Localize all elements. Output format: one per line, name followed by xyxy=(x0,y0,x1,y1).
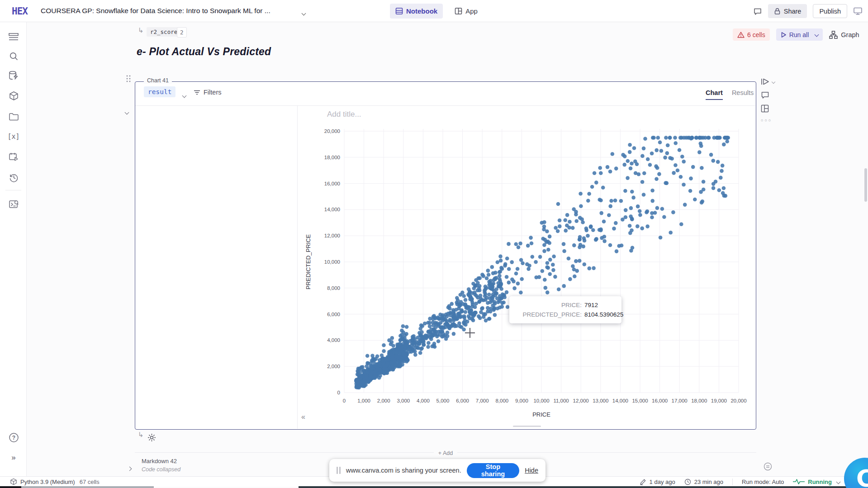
notebook-toolbar: 6 cells Run all Graph xyxy=(733,28,859,41)
source-dataframe-select[interactable]: result xyxy=(144,86,175,97)
comment-icon[interactable] xyxy=(753,7,762,16)
cell-layout-button[interactable] xyxy=(761,104,775,113)
share-button[interactable]: Share xyxy=(768,4,807,18)
svg-text:6,000: 6,000 xyxy=(327,312,340,317)
variables-icon[interactable]: [x] xyxy=(8,131,19,142)
data-sources-icon[interactable] xyxy=(8,70,19,81)
last-run[interactable]: 23 min ago xyxy=(684,479,723,485)
add-cell-button[interactable]: + Add xyxy=(434,450,457,456)
cell-settings-gear-icon[interactable] xyxy=(147,433,156,442)
svg-text:?: ? xyxy=(12,435,15,441)
run-mode-label[interactable]: Run mode: Auto xyxy=(742,479,784,485)
files-icon[interactable] xyxy=(8,110,19,122)
svg-text:3,000: 3,000 xyxy=(397,398,410,403)
canva-logo-bubble[interactable]: C xyxy=(844,458,868,488)
svg-text:18,000: 18,000 xyxy=(691,398,707,403)
notification-drag-handle[interactable] xyxy=(337,467,341,474)
play-icon xyxy=(781,32,787,38)
svg-text:20,000: 20,000 xyxy=(730,398,746,403)
cell-drag-handle[interactable] xyxy=(126,75,131,85)
sidebar-divider xyxy=(5,190,21,190)
filters-button[interactable]: Filters xyxy=(194,89,221,96)
cell-more-options-button[interactable]: ○○○ xyxy=(761,118,775,123)
comment-icon xyxy=(761,91,769,99)
kernel-label: Python 3.9 (Medium) xyxy=(20,479,75,485)
tooltip-price-label: PRICE: xyxy=(515,300,582,310)
svg-text:20,000: 20,000 xyxy=(324,128,340,134)
cell-collapse-chevron[interactable] xyxy=(125,108,128,116)
error-cells-label: 6 cells xyxy=(747,31,765,38)
present-screen-icon[interactable] xyxy=(853,7,863,15)
graph-button[interactable]: Graph xyxy=(829,31,859,39)
scheduled-runs-icon[interactable] xyxy=(8,151,19,163)
tooltip-price-value: 7912 xyxy=(584,300,616,310)
r2-score-chip[interactable]: r2_score xyxy=(147,27,181,37)
vertical-scrollbar-thumb[interactable] xyxy=(864,168,867,202)
markdown-collapse-chevron[interactable] xyxy=(128,464,131,472)
tooltip-predicted-label: PREDICTED_PRICE: xyxy=(515,310,582,319)
cell-comment-button[interactable] xyxy=(761,91,775,99)
last-edited-label: 1 day ago xyxy=(650,479,675,485)
graph-label: Graph xyxy=(841,31,859,38)
run-all-chevron-icon[interactable] xyxy=(815,33,819,37)
graph-icon xyxy=(829,31,838,39)
output-count-chip[interactable]: 2 xyxy=(177,27,187,38)
svg-text:12,000: 12,000 xyxy=(324,233,340,238)
cell-header-divider xyxy=(135,105,755,106)
hide-notification-link[interactable]: Hide xyxy=(525,467,538,474)
help-icon[interactable]: ? xyxy=(8,431,19,443)
svg-text:PRICE: PRICE xyxy=(532,411,550,418)
hex-logo[interactable]: HEX xyxy=(12,6,28,17)
running-status[interactable]: Running xyxy=(793,479,840,485)
magic-terminal-icon[interactable] xyxy=(8,199,19,210)
output-arrow-icon: ↳ xyxy=(138,431,144,439)
markdown-gutter-icon[interactable] xyxy=(764,462,772,471)
expand-sidebar-icon[interactable]: » xyxy=(8,452,19,464)
filter-icon xyxy=(194,90,200,95)
packages-icon[interactable] xyxy=(8,90,19,102)
svg-text:10,000: 10,000 xyxy=(533,398,549,403)
error-cells-badge[interactable]: 6 cells xyxy=(733,28,770,41)
svg-text:0: 0 xyxy=(343,398,346,403)
project-title[interactable]: COURSERA GP: Snowflake for Data Science:… xyxy=(41,7,270,15)
run-cell-chevron-icon[interactable] xyxy=(772,80,775,83)
bottom-edge-strip xyxy=(299,486,868,488)
svg-text:1,000: 1,000 xyxy=(357,398,370,403)
source-chevron-icon[interactable] xyxy=(183,91,186,99)
kernel-status[interactable]: Python 3.9 (Medium) xyxy=(10,478,75,485)
kernel-cube-icon xyxy=(10,478,17,485)
title-chevron-icon[interactable] xyxy=(302,9,305,17)
chart-results-tabs: Chart Results xyxy=(706,89,754,100)
stop-sharing-button[interactable]: Stop sharing xyxy=(467,463,520,478)
search-icon[interactable] xyxy=(8,50,19,62)
tab-chart[interactable]: Chart xyxy=(706,89,723,100)
last-edited[interactable]: 1 day ago xyxy=(640,479,675,485)
running-chevron-icon[interactable] xyxy=(836,479,841,484)
tab-results[interactable]: Results xyxy=(732,89,754,100)
svg-text:10,000: 10,000 xyxy=(324,259,340,265)
run-all-label: Run all xyxy=(789,31,809,38)
markdown-cell-label: Markdown 42 xyxy=(142,458,177,464)
svg-text:0: 0 xyxy=(337,390,340,395)
run-cell-button[interactable] xyxy=(761,78,775,85)
svg-text:6,000: 6,000 xyxy=(456,398,469,403)
horizontal-scrollbar-thumb[interactable] xyxy=(513,426,541,427)
publish-button[interactable]: Publish xyxy=(813,4,847,18)
outline-icon[interactable] xyxy=(8,31,19,43)
tab-notebook[interactable]: Notebook xyxy=(390,4,443,19)
scatter-plot[interactable]: 01,0002,0003,0004,0005,0006,0007,0008,00… xyxy=(299,115,754,428)
svg-text:16,000: 16,000 xyxy=(652,398,668,403)
chart-title-input[interactable]: Add title... xyxy=(327,110,361,119)
collapse-config-panel-button[interactable]: « xyxy=(301,413,305,421)
svg-text:14,000: 14,000 xyxy=(612,398,628,403)
section-heading: e- Plot Actual Vs Predicted xyxy=(137,46,271,58)
svg-text:12,000: 12,000 xyxy=(573,398,589,403)
run-all-button[interactable]: Run all xyxy=(776,28,823,41)
history-icon[interactable] xyxy=(8,171,19,183)
statusbar-divider xyxy=(732,479,733,485)
cell-label: Chart 41 xyxy=(144,77,172,84)
last-run-label: 23 min ago xyxy=(694,479,723,485)
canva-logo-letter: C xyxy=(856,465,868,488)
tab-app[interactable]: App xyxy=(449,4,483,19)
svg-text:17,000: 17,000 xyxy=(672,398,688,403)
